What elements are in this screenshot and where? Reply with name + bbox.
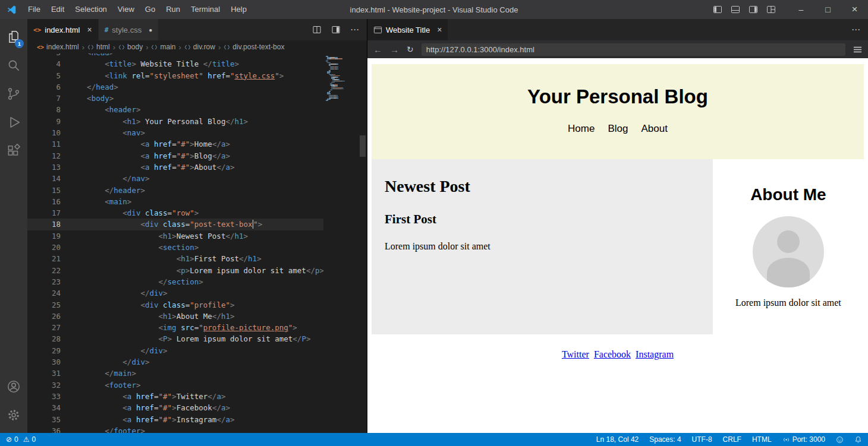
code-line-25[interactable]: 25 <div class="profile"> — [27, 299, 323, 311]
explorer-icon[interactable]: 1 — [0, 23, 27, 51]
site-nav: HomeBlogAbout — [372, 123, 864, 135]
code-line-18[interactable]: 18 <div class="post-text-box"> — [27, 219, 323, 230]
code-line-33[interactable]: 33 <a href="#">Twitter</a> — [27, 391, 323, 402]
customize-layout-icon[interactable] — [766, 5, 776, 14]
line-number: 25 — [27, 299, 69, 311]
code-line-15[interactable]: 15 </header> — [27, 185, 323, 196]
account-icon[interactable] — [0, 372, 27, 401]
source-control-icon[interactable] — [0, 80, 27, 108]
code-line-21[interactable]: 21 <h1>First Post</h1> — [27, 253, 323, 264]
code-line-10[interactable]: 10 <nav> — [27, 127, 323, 138]
code-line-3[interactable]: 3 <head> — [27, 53, 323, 58]
avatar-torso-shape — [767, 258, 810, 287]
code-line-32[interactable]: 32 <footer> — [27, 379, 323, 391]
nav-link-home[interactable]: Home — [568, 123, 595, 135]
code-line-27[interactable]: 27 <img src="profile-picture.png"> — [27, 322, 323, 333]
language-mode[interactable]: HTML — [752, 435, 772, 444]
code-editor[interactable]: 3 <head>4 <title> Website Title </title>… — [27, 53, 367, 433]
code-line-31[interactable]: 31 </main> — [27, 368, 323, 379]
menu-help[interactable]: Help — [225, 0, 252, 19]
forward-icon[interactable]: → — [390, 45, 399, 55]
editor-scrollbar[interactable] — [360, 135, 366, 157]
close-window-button[interactable]: × — [841, 0, 868, 19]
minimize-button[interactable]: – — [788, 0, 814, 19]
code-line-23[interactable]: 23 </section> — [27, 276, 323, 287]
code-line-19[interactable]: 19 <h1>Newest Post</h1> — [27, 230, 323, 242]
cursor-position[interactable]: Ln 18, Col 42 — [596, 435, 639, 444]
menu-run[interactable]: Run — [161, 0, 185, 19]
code-line-22[interactable]: 22 <p>Lorem ipsum dolor sit amet</p> — [27, 265, 323, 276]
menu-terminal[interactable]: Terminal — [185, 0, 225, 19]
code-line-4[interactable]: 4 <title> Website Title </title> — [27, 58, 323, 69]
editor-layout-icon[interactable] — [331, 25, 341, 34]
notifications-bell-icon[interactable] — [854, 436, 862, 444]
code-line-13[interactable]: 13 <a href="#">About</a> — [27, 162, 323, 173]
breadcrumb-div-row[interactable]: div.row — [184, 43, 215, 51]
code-line-9[interactable]: 9 <h1> Your Personal Blog</h1> — [27, 116, 323, 127]
footer-link-twitter[interactable]: Twitter — [562, 349, 589, 359]
code-line-14[interactable]: 14 </nav> — [27, 173, 323, 184]
maximize-button[interactable]: □ — [814, 0, 841, 19]
url-input[interactable]: http://127.0.0.1:3000/index.html — [422, 43, 845, 56]
reload-icon[interactable]: ↻ — [407, 45, 414, 54]
more-actions-icon[interactable]: ⋯ — [851, 24, 861, 35]
breadcrumb-div-post-text-box[interactable]: div.post-text-box — [224, 43, 284, 51]
menu-selection[interactable]: Selection — [70, 0, 112, 19]
encoding-setting[interactable]: UTF-8 — [692, 435, 712, 444]
split-editor-icon[interactable] — [312, 25, 322, 34]
footer-link-instagram[interactable]: Instagram — [636, 349, 674, 359]
code-line-29[interactable]: 29 </div> — [27, 345, 323, 356]
minimap[interactable] — [325, 56, 358, 102]
line-number: 35 — [27, 414, 69, 425]
code-line-35[interactable]: 35 <a href="#">Instagram</a> — [27, 414, 323, 425]
code-line-8[interactable]: 8 <header> — [27, 104, 323, 115]
more-actions-icon[interactable]: ⋯ — [350, 24, 360, 35]
close-tab-icon[interactable]: × — [87, 25, 92, 34]
eol-setting[interactable]: CRLF — [723, 435, 741, 444]
toggle-sidebar-icon[interactable] — [713, 5, 722, 14]
code-line-12[interactable]: 12 <a href="#">Blog</a> — [27, 150, 323, 162]
code-line-30[interactable]: 30 </div> — [27, 356, 323, 368]
tab-style-css[interactable]: # style.css ● — [99, 19, 159, 40]
menu-go[interactable]: Go — [140, 0, 161, 19]
code-line-7[interactable]: 7 <body> — [27, 93, 323, 104]
breadcrumb-main[interactable]: main — [151, 43, 175, 51]
code-line-28[interactable]: 28 <P> Lorem ipsum dolor sit amet</P> — [27, 333, 323, 344]
footer-link-facebook[interactable]: Facebook — [594, 349, 631, 359]
code-line-36[interactable]: 36 </footer> — [27, 425, 323, 433]
nav-link-about[interactable]: About — [641, 123, 667, 135]
feedback-icon[interactable] — [836, 436, 844, 444]
code-line-26[interactable]: 26 <h1>About Me</h1> — [27, 311, 323, 322]
browser-menu-icon[interactable] — [853, 45, 862, 54]
code-line-17[interactable]: 17 <div class="row"> — [27, 207, 323, 219]
code-line-24[interactable]: 24 </div> — [27, 287, 323, 299]
breadcrumb-html[interactable]: html — [87, 43, 110, 51]
problems-indicator[interactable]: ⊘ 0 ⚠ 0 — [6, 435, 36, 444]
live-server-port[interactable]: Port: 3000 — [782, 435, 825, 444]
settings-gear-icon[interactable] — [0, 401, 27, 429]
breadcrumb-body[interactable]: body — [118, 43, 143, 51]
extensions-icon[interactable] — [0, 137, 27, 165]
indentation-setting[interactable]: Spaces: 4 — [649, 435, 681, 444]
code-line-16[interactable]: 16 <main> — [27, 196, 323, 207]
tab-label: style.css — [112, 26, 141, 34]
code-line-5[interactable]: 5 <link rel="stylesheet" href="style.css… — [27, 70, 323, 81]
menu-file[interactable]: File — [23, 0, 46, 19]
code-line-20[interactable]: 20 <section> — [27, 242, 323, 253]
code-line-34[interactable]: 34 <a href="#">Facebook</a> — [27, 402, 323, 413]
run-debug-icon[interactable] — [0, 108, 27, 137]
breadcrumb-file[interactable]: <> index.html — [37, 43, 79, 51]
close-tab-icon[interactable]: × — [437, 25, 442, 34]
code-line-6[interactable]: 6 </head> — [27, 81, 323, 93]
search-icon[interactable] — [0, 51, 27, 80]
tab-index-html[interactable]: <> index.html × — [27, 19, 99, 40]
back-icon[interactable]: ← — [373, 45, 382, 55]
code-line-11[interactable]: 11 <a href="#">Home</a> — [27, 138, 323, 150]
toggle-panel-icon[interactable] — [731, 5, 740, 14]
line-number: 3 — [27, 53, 69, 58]
menu-view[interactable]: View — [112, 0, 140, 19]
toggle-secondary-sidebar-icon[interactable] — [749, 5, 758, 14]
nav-link-blog[interactable]: Blog — [608, 123, 628, 135]
menu-edit[interactable]: Edit — [46, 0, 70, 19]
tab-website-title[interactable]: Website Title × — [367, 19, 448, 40]
